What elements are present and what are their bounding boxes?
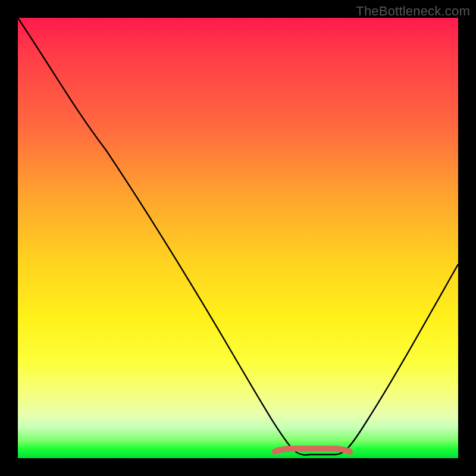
chart-plot-area xyxy=(18,18,458,458)
chart-frame: TheBottleneck.com xyxy=(0,0,476,476)
watermark-text: TheBottleneck.com xyxy=(356,4,470,19)
bottleneck-curve-path xyxy=(18,18,458,455)
optimal-zone-path xyxy=(275,449,350,452)
chart-svg xyxy=(18,18,458,458)
